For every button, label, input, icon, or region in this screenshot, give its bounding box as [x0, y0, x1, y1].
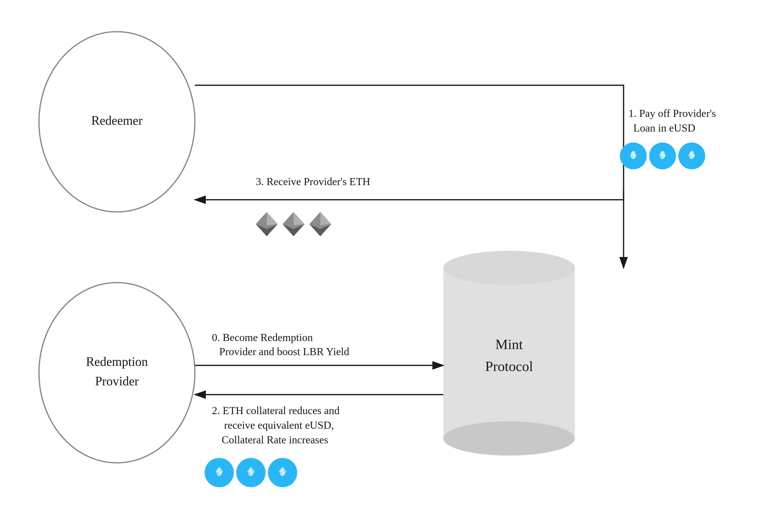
- step0-label-1: 0. Become Redemption: [212, 332, 313, 344]
- svg-rect-0: [443, 268, 575, 438]
- eth-icon-3: [309, 212, 331, 236]
- step2-label-2: receive equivalent eUSD,: [224, 419, 334, 431]
- svg-point-1: [443, 251, 575, 285]
- mint-to-redeemer-arrow: [195, 190, 623, 200]
- svg-point-2: [443, 422, 575, 456]
- redemption-provider-label-1: Redemption: [86, 355, 148, 369]
- step1-label-1: 1. Pay off Provider's: [628, 107, 716, 119]
- redemption-provider-node: [39, 283, 195, 463]
- mint-protocol-label-2: Protocol: [485, 358, 533, 374]
- svg-marker-5: [267, 212, 278, 225]
- step1-label-2: Loan in eUSD: [633, 122, 695, 134]
- redeemer-label: Redeemer: [91, 113, 143, 127]
- eth-icon-2: [283, 212, 304, 236]
- svg-marker-11: [320, 212, 331, 225]
- step2-label-3: Collateral Rate increases: [222, 434, 328, 446]
- mint-protocol-label-1: Mint: [496, 336, 523, 352]
- eth-icon-1: [256, 212, 278, 236]
- diagram-container: Redeemer Redemption Provider Mint Protoc…: [0, 0, 759, 532]
- svg-marker-8: [294, 212, 304, 225]
- redemption-provider-label-2: Provider: [95, 374, 139, 388]
- step2-label-1: 2. ETH collateral reduces and: [212, 405, 340, 417]
- step3-label: 3. Receive Provider's ETH: [256, 176, 370, 187]
- step0-label-2: Provider and boost LBR Yield: [219, 346, 349, 358]
